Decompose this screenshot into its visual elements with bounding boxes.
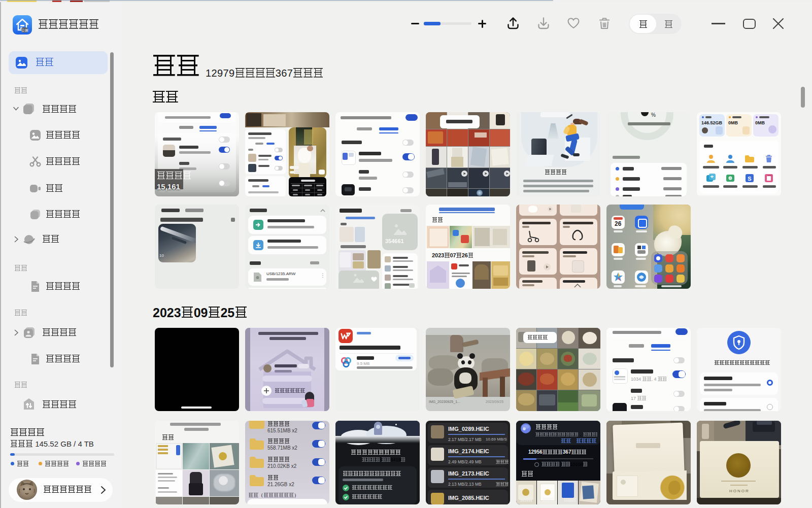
- svg-text:公测: 公测: [21, 28, 28, 32]
- svg-text:S: S: [748, 176, 751, 182]
